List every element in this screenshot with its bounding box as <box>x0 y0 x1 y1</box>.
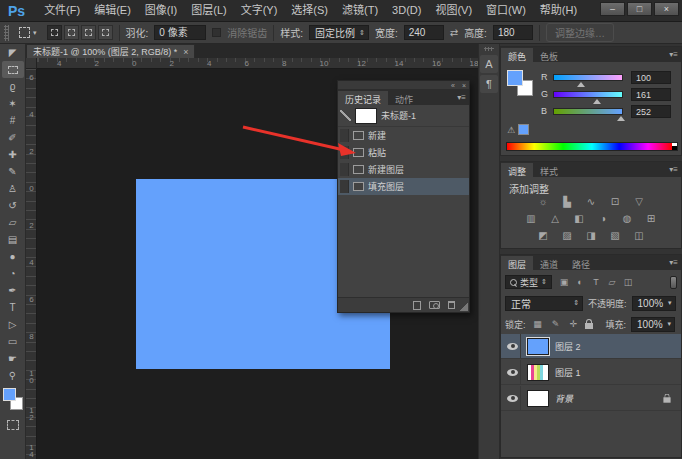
history-brush-tool[interactable]: ↺ <box>2 197 24 214</box>
lock-transparent-icon[interactable]: ▦ <box>531 318 545 331</box>
visibility-toggle[interactable] <box>505 360 521 384</box>
subtract-selection-mode-button[interactable] <box>81 25 96 40</box>
hue-saturation-icon[interactable]: ▥ <box>523 212 539 225</box>
filter-shape-icon[interactable]: ▱ <box>605 276 619 289</box>
antialias-checkbox[interactable] <box>212 28 221 37</box>
magic-wand-tool[interactable]: ✶ <box>2 95 24 112</box>
posterize-icon[interactable]: ▨ <box>559 229 575 242</box>
close-button[interactable]: × <box>654 2 679 16</box>
history-state-row[interactable]: 新建 <box>338 127 469 144</box>
height-input[interactable]: 180 <box>493 25 533 40</box>
exposure-icon[interactable]: ⊡ <box>607 195 623 208</box>
gradient-map-icon[interactable]: ▧ <box>607 229 623 242</box>
zoom-tool[interactable]: ⚲ <box>2 367 24 384</box>
crop-tool[interactable]: # <box>2 112 24 129</box>
type-tool[interactable]: T <box>2 299 24 316</box>
layer-row[interactable]: 背景 <box>501 386 681 411</box>
fill-dropdown[interactable]: 100% ▾ <box>631 317 675 332</box>
closest-web-color-swatch[interactable] <box>518 124 529 135</box>
layer-row[interactable]: 图层 1 <box>501 360 681 385</box>
shape-tool[interactable]: ▭ <box>2 333 24 350</box>
collapse-to-icons-icon[interactable]: « <box>451 81 455 90</box>
photo-filter-icon[interactable]: ◑ <box>595 212 611 225</box>
brightness-contrast-icon[interactable]: ☼ <box>535 195 551 208</box>
width-input[interactable]: 240 <box>404 25 444 40</box>
rectangular-marquee-tool[interactable] <box>2 61 24 78</box>
new-snapshot-icon[interactable] <box>429 301 440 309</box>
vibrance-icon[interactable]: ▽ <box>631 195 647 208</box>
hand-tool[interactable]: ☛ <box>2 350 24 367</box>
document-tab[interactable]: 未标题-1 @ 100% (图层 2, RGB/8) * × <box>26 44 195 58</box>
filter-image-icon[interactable]: ▣ <box>557 276 571 289</box>
history-source-checkbox[interactable] <box>340 129 349 142</box>
history-state-row[interactable]: 粘贴 <box>338 144 469 161</box>
refine-edge-button[interactable]: 调整边缘… <box>546 23 614 42</box>
channel-slider[interactable] <box>553 74 623 81</box>
new-selection-mode-button[interactable] <box>47 25 62 40</box>
color-tab-1[interactable]: 色板 <box>533 48 565 62</box>
maximize-button[interactable]: □ <box>627 2 652 16</box>
layers-tab-0[interactable]: 图层 <box>501 256 533 270</box>
menu-item-2[interactable]: 图像(I) <box>138 0 184 21</box>
layers-panel-menu-icon[interactable]: ▾≡ <box>669 258 678 267</box>
adjustments-tab-0[interactable]: 调整 <box>501 163 533 177</box>
brush-tool[interactable]: ✎ <box>2 163 24 180</box>
menu-item-4[interactable]: 文字(Y) <box>234 0 285 21</box>
panel-resize-grip[interactable] <box>460 303 468 311</box>
opacity-dropdown[interactable]: 100% ▾ <box>632 296 676 311</box>
channel-value-input[interactable]: 252 <box>631 105 671 118</box>
curves-icon[interactable]: ∿ <box>583 195 599 208</box>
filter-type-icon[interactable]: T <box>589 276 603 289</box>
dodge-tool[interactable]: ◔ <box>2 265 24 282</box>
slider-thumb[interactable] <box>617 116 625 121</box>
minimize-button[interactable]: – <box>600 2 625 16</box>
layer-thumbnail[interactable] <box>527 338 549 355</box>
selective-color-icon[interactable]: ◫ <box>631 229 647 242</box>
adjustments-panel-menu-icon[interactable]: ▾≡ <box>669 165 678 174</box>
channel-slider[interactable] <box>553 108 623 115</box>
visibility-toggle[interactable] <box>505 334 521 358</box>
blur-tool[interactable]: ● <box>2 248 24 265</box>
lock-all-icon[interactable] <box>585 323 593 329</box>
history-panel-menu-icon[interactable]: ▾≡ <box>457 93 466 102</box>
gradient-tool[interactable]: ▤ <box>2 231 24 248</box>
path-selection-tool[interactable]: ▷ <box>2 316 24 333</box>
menu-item-10[interactable]: 帮助(H) <box>533 0 584 21</box>
menu-item-8[interactable]: 视图(V) <box>428 0 479 21</box>
filter-smart-object-icon[interactable]: ◫ <box>621 276 635 289</box>
layers-tab-1[interactable]: 通道 <box>533 256 565 270</box>
character-panel-button[interactable]: A <box>480 55 498 73</box>
color-tab-0[interactable]: 颜色 <box>501 48 533 62</box>
channel-mixer-icon[interactable]: ◍ <box>619 212 635 225</box>
eraser-tool[interactable]: ▱ <box>2 214 24 231</box>
move-tool[interactable]: ◤ <box>2 44 24 61</box>
lock-paint-icon[interactable]: ✎ <box>549 318 563 331</box>
set-history-source-icon[interactable] <box>340 110 351 121</box>
menu-item-6[interactable]: 滤镜(T) <box>335 0 385 21</box>
threshold-icon[interactable]: ◨ <box>583 229 599 242</box>
history-state-row[interactable]: 填充图层 <box>338 178 469 195</box>
filter-adjustment-icon[interactable]: ◐ <box>573 276 587 289</box>
channel-value-input[interactable]: 161 <box>631 88 671 101</box>
lock-position-icon[interactable]: ✛ <box>567 318 581 331</box>
add-selection-mode-button[interactable] <box>64 25 79 40</box>
paragraph-panel-button[interactable]: ¶ <box>480 75 498 93</box>
menu-item-3[interactable]: 图层(L) <box>184 0 233 21</box>
layer-thumbnail[interactable] <box>527 364 549 381</box>
gamut-warning-icon[interactable]: ⚠ <box>507 125 515 135</box>
blend-mode-dropdown[interactable]: 正常 ⇕ <box>505 296 583 311</box>
channel-value-input[interactable]: 100 <box>631 71 671 84</box>
healing-brush-tool[interactable]: ✚ <box>2 146 24 163</box>
lasso-tool[interactable]: ϱ <box>2 78 24 95</box>
style-dropdown[interactable]: 固定比例 ⇕ <box>309 25 369 40</box>
feather-input[interactable]: 0 像素 <box>154 25 206 40</box>
color-balance-icon[interactable]: △ <box>547 212 563 225</box>
menu-item-0[interactable]: 文件(F) <box>37 0 87 21</box>
delete-state-icon[interactable] <box>448 301 455 309</box>
screen-mode-button[interactable] <box>7 420 19 430</box>
slider-thumb[interactable] <box>577 82 585 87</box>
snapshot-row[interactable]: 未标题-1 <box>338 105 469 127</box>
foreground-color-swatch[interactable] <box>3 388 16 401</box>
history-state-row[interactable]: 新建图层 <box>338 161 469 178</box>
history-source-checkbox[interactable] <box>340 163 349 176</box>
